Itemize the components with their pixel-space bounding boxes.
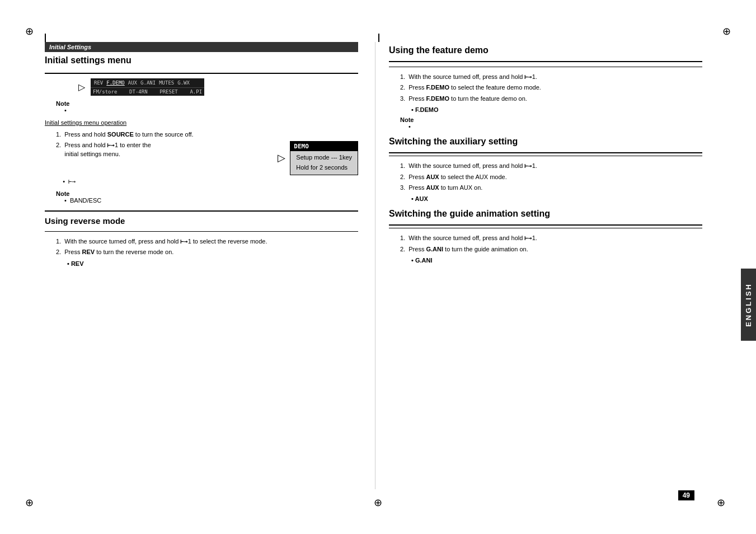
page-number: 49 [678, 490, 694, 500]
note-section-2: Note • BAND/ESC [56, 190, 358, 204]
reverse-step-1: 1. With the source turned off, press and… [56, 237, 358, 246]
display-bottom-row: FM/store DT-4RN PRESET A.PI [91, 87, 204, 96]
section-title: Initial settings menu [45, 55, 358, 65]
top-right-line [378, 34, 379, 42]
display-fmstore: FM/store [93, 89, 117, 95]
feature-demo-divider [389, 67, 702, 67]
feature-step-2: 2. Press F.DEMO to select the feature de… [400, 83, 702, 92]
gani-steps-list: 1. With the source turned off, press and… [400, 234, 702, 254]
subsection-underline: Initial settings menu operation [45, 119, 358, 126]
page-container: ⊕ ⊕ ⊕ ⊕ ⊕ Initial Settings Initial setti… [0, 0, 756, 534]
section-title-area: Initial settings menu [45, 55, 358, 74]
note-bullet-2: • BAND/ESC [64, 197, 358, 204]
display-fdemo: F.DEMO [105, 79, 126, 86]
crosshair-br: ⊕ [717, 496, 725, 509]
feature-step-1: 1. With the source turned off, press and… [400, 73, 702, 81]
feature-note-label: Note [400, 116, 702, 123]
gani-divider [389, 228, 702, 228]
crosshair-bl: ⊕ [25, 496, 34, 509]
demo-line1: Setup mode --- 1key [296, 153, 352, 163]
feature-note-bullet: • [408, 123, 702, 130]
column-divider [375, 42, 375, 489]
display-top-row: REV F.DEMO AUX G.ANI MUTES G.WX [91, 78, 204, 87]
aux-step-3: 3. Press AUX to turn AUX on. [400, 184, 702, 192]
reverse-step-2: 2. Press REV to turn the reverse mode on… [56, 248, 358, 256]
feature-demo-title-area: Using the feature demo [389, 45, 702, 62]
crosshair-tl: ⊕ [25, 25, 34, 38]
reverse-bullet: REV [67, 260, 358, 267]
feature-demo-title: Using the feature demo [389, 45, 702, 55]
demo-label: DEMO [290, 142, 358, 151]
step-1: 1. Press and hold SOURCE to turn the sou… [56, 130, 358, 139]
note-label-1: Note [56, 100, 358, 107]
demo-box-area: ▷ DEMO Setup mode --- 1key Hold for 2 se… [278, 141, 358, 175]
display-mockup: ▷ REV F.DEMO AUX G.ANI MUTES G.WX FM/sto… [78, 78, 358, 96]
feature-step-3: 3. Press F.DEMO to turn the feature demo… [400, 95, 702, 103]
feature-steps-list: 1. With the source turned off, press and… [400, 73, 702, 103]
step-bullet: • ⊢→ [56, 177, 358, 186]
step-2-area: 2. Press and hold ⊢→1 to enter the initi… [56, 141, 358, 175]
gani-title: Switching the guide animation setting [389, 209, 702, 219]
english-tab: ENGLISH [741, 269, 756, 341]
demo-line2: Hold for 2 seconds [296, 163, 352, 173]
display-aux: AUX [127, 79, 138, 86]
demo-box: DEMO Setup mode --- 1key Hold for 2 seco… [290, 141, 358, 175]
step-2: 2. Press and hold ⊢→1 to enter the initi… [56, 141, 272, 158]
display-api: A.PI [190, 89, 202, 95]
reverse-mode-title: Using reverse mode [45, 216, 358, 226]
aux-step-1: 1. With the source turned off, press and… [400, 162, 702, 170]
display-gani: G.ANI [139, 79, 157, 86]
section-header-text: Initial Settings [49, 44, 91, 50]
display-mutes: MUTES [158, 79, 175, 86]
section-header-bar: Initial Settings [45, 42, 358, 52]
gani-title-area: Switching the guide animation setting [389, 209, 702, 226]
divider-2 [45, 231, 358, 232]
aux-bullet: AUX [411, 195, 702, 202]
gani-step-2: 2. Press G.ANI to turn the guide animati… [400, 245, 702, 254]
note-bullet-1: • [64, 107, 358, 114]
steps-list: 1. Press and hold SOURCE to turn the sou… [56, 130, 358, 186]
display-preset: PRESET [159, 89, 178, 95]
aux-divider [389, 156, 702, 156]
feature-bullet: F.DEMO [411, 106, 702, 113]
arrow-demo: ▷ [278, 152, 285, 164]
feature-note: Note • [400, 116, 702, 130]
note-section-1: Note • [56, 100, 358, 114]
divider-1 [45, 210, 358, 212]
reverse-steps-list: 1. With the source turned off, press and… [56, 237, 358, 257]
aux-title-area: Switching the auxiliary setting [389, 137, 702, 153]
crosshair-bc: ⊕ [374, 496, 382, 509]
gani-step-1: 1. With the source turned off, press and… [400, 234, 702, 242]
top-left-line [45, 34, 46, 42]
display-dt4rn: DT-4RN [129, 89, 148, 95]
arrow-display: ▷ [78, 82, 85, 92]
display-gwx: G.WX [176, 79, 191, 86]
aux-steps-list: 1. With the source turned off, press and… [400, 162, 702, 192]
crosshair-tr: ⊕ [722, 25, 731, 38]
display-rev: REV [93, 79, 104, 86]
note-label-2: Note [56, 190, 358, 197]
right-column: Using the feature demo 1. With the sourc… [389, 42, 702, 267]
display-screen: REV F.DEMO AUX G.ANI MUTES G.WX FM/store… [91, 78, 204, 96]
gani-bullet: G.ANI [411, 257, 702, 264]
left-column: Initial Settings Initial settings menu ▷… [45, 42, 358, 270]
demo-info: Setup mode --- 1key Hold for 2 seconds [290, 151, 358, 174]
subsection-title-area: Initial settings menu operation [45, 119, 358, 126]
aux-title: Switching the auxiliary setting [389, 137, 702, 147]
aux-step-2: 2. Press AUX to select the AUX mode. [400, 173, 702, 181]
